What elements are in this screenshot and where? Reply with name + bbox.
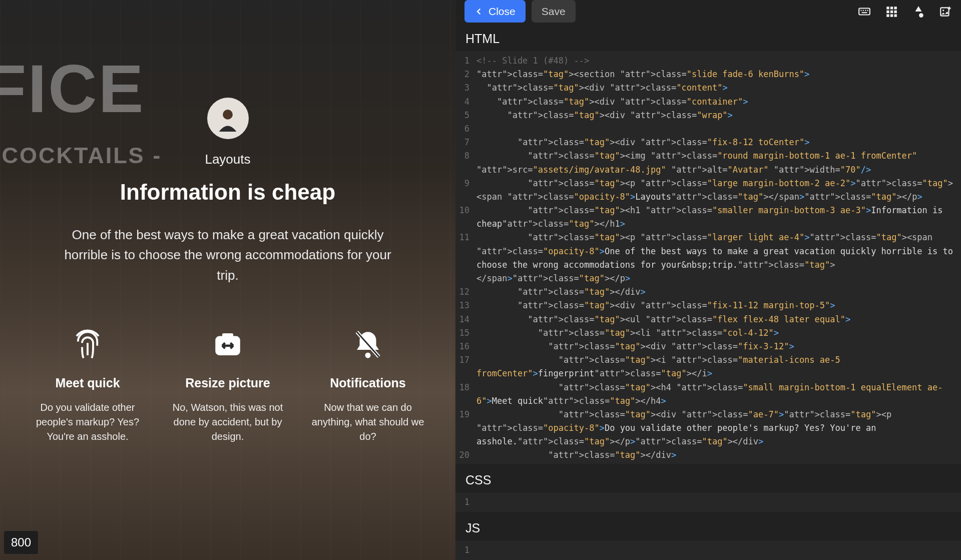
code-content[interactable] <box>476 495 955 509</box>
code-content[interactable]: "attr">class="tag"><h4 "attr">class="sma… <box>476 381 955 408</box>
feature-text: Do you validate other people's markup? Y… <box>32 400 144 444</box>
feature-notifications: Notifications Now that we can do anythin… <box>312 328 424 444</box>
line-number: 12 <box>455 285 476 299</box>
editor-panel: Close Save HTML 1<!-- Slide 1 (#48) -->2… <box>455 0 961 560</box>
line-number: 8 <box>455 149 476 176</box>
css-code-editor[interactable]: 1 <box>455 492 961 512</box>
feature-title: Resize picture <box>185 376 270 390</box>
line-number: 15 <box>455 326 476 340</box>
line-number: 4 <box>455 95 476 109</box>
feature-row: Meet quick Do you validate other people'… <box>32 328 424 444</box>
code-content[interactable]: "attr">class="tag"><div "attr">class="co… <box>476 81 955 95</box>
feature-meet-quick: Meet quick Do you validate other people'… <box>32 328 144 444</box>
save-button[interactable]: Save <box>532 0 576 23</box>
code-line[interactable]: 14 "attr">class="tag"><ul "attr">class="… <box>455 313 955 326</box>
preview-lead: One of the best ways to make a great vac… <box>53 225 403 285</box>
code-content[interactable]: "attr">class="tag"><div "attr">class="co… <box>476 95 955 109</box>
svg-rect-13 <box>886 7 889 9</box>
feature-text: Now that we can do anything, what should… <box>312 400 424 444</box>
code-content[interactable]: "attr">class="tag"><li "attr">class="col… <box>476 326 955 340</box>
code-line[interactable]: 17 "attr">class="tag"><i "attr">class="m… <box>455 353 955 380</box>
code-line[interactable]: 21 "attr">class="tag"></li> <box>455 462 955 464</box>
shapes-icon[interactable] <box>912 5 925 18</box>
feature-resize-picture: Resize picture No, Watson, this was not … <box>172 328 284 444</box>
code-content[interactable]: "attr">class="tag"></div> <box>476 285 955 299</box>
code-line[interactable]: 5 "attr">class="tag"><div "attr">class="… <box>455 109 955 122</box>
code-content[interactable]: "attr">class="tag"><div "attr">class="fi… <box>476 136 955 149</box>
editor-topbar: Close Save <box>455 0 961 23</box>
code-line[interactable]: 13 "attr">class="tag"><div "attr">class=… <box>455 299 955 312</box>
html-code-editor[interactable]: 1<!-- Slide 1 (#48) -->2"attr">class="ta… <box>455 51 961 464</box>
code-line[interactable]: 10 "attr">class="tag"><h1 "attr">class="… <box>455 204 955 231</box>
keyboard-icon[interactable] <box>858 5 871 18</box>
svg-rect-8 <box>860 10 861 11</box>
notifications-off-icon <box>351 328 384 361</box>
code-line[interactable]: 15 "attr">class="tag"><li "attr">class="… <box>455 326 955 340</box>
code-line[interactable]: 12 "attr">class="tag"></div> <box>455 285 955 299</box>
code-line[interactable]: 2"attr">class="tag"><section "attr">clas… <box>455 68 955 81</box>
code-content[interactable] <box>476 543 955 557</box>
code-content[interactable]: "attr">class="tag"></div> <box>476 448 955 462</box>
svg-point-24 <box>942 10 944 11</box>
code-content[interactable]: "attr">class="tag"><p "attr">class="larg… <box>476 177 955 204</box>
line-number: 5 <box>455 109 476 122</box>
preview-content: Layouts Information is cheap One of the … <box>0 0 455 560</box>
close-button[interactable]: Close <box>464 0 526 23</box>
code-content[interactable]: <!-- Slide 1 (#48) --> <box>476 54 955 68</box>
close-button-label: Close <box>489 6 516 18</box>
code-line[interactable]: 8 "attr">class="tag"><img "attr">class="… <box>455 149 955 176</box>
code-line[interactable]: 11 "attr">class="tag"><p "attr">class="l… <box>455 231 955 285</box>
svg-rect-19 <box>886 14 889 17</box>
add-image-icon[interactable] <box>939 5 952 18</box>
line-number: 3 <box>455 81 476 95</box>
svg-rect-15 <box>894 7 896 9</box>
code-line[interactable]: 16 "attr">class="tag"><div "attr">class=… <box>455 340 955 353</box>
line-number: 7 <box>455 136 476 149</box>
svg-rect-17 <box>890 10 893 13</box>
fingerprint-icon <box>71 328 104 361</box>
code-content[interactable]: "attr">class="tag"><div "attr">class="fi… <box>476 340 955 353</box>
code-content[interactable]: "attr">class="tag"><img "attr">class="ro… <box>476 149 955 176</box>
code-line[interactable]: 1<!-- Slide 1 (#48) --> <box>455 54 955 68</box>
feature-text: No, Watson, this was not done by acciden… <box>172 400 284 444</box>
code-line[interactable]: 1 <box>455 543 955 557</box>
code-content[interactable]: "attr">class="tag"><div "attr">class="fi… <box>476 299 955 312</box>
code-content[interactable]: "attr">class="tag"></li> <box>476 462 955 464</box>
js-code-editor[interactable]: 1 <box>455 540 961 560</box>
code-content[interactable]: "attr">class="tag"><ul "attr">class="fle… <box>476 313 955 326</box>
code-content[interactable]: "attr">class="tag"><section "attr">class… <box>476 68 955 81</box>
slide-preview: FICE - COCKTAILS - Layouts Information i… <box>0 0 455 560</box>
svg-rect-16 <box>886 10 889 13</box>
svg-rect-3 <box>222 333 233 339</box>
code-line[interactable]: 4 "attr">class="tag"><div "attr">class="… <box>455 95 955 109</box>
code-line[interactable]: 18 "attr">class="tag"><h4 "attr">class="… <box>455 381 955 408</box>
switch-camera-icon <box>211 328 244 361</box>
code-line[interactable]: 20 "attr">class="tag"></div> <box>455 448 955 462</box>
grid-icon[interactable] <box>885 5 898 18</box>
line-number: 21 <box>455 462 476 464</box>
line-number: 13 <box>455 299 476 312</box>
code-content[interactable] <box>476 122 955 136</box>
section-css-label: CSS <box>455 464 961 492</box>
line-number: 2 <box>455 68 476 81</box>
code-content[interactable]: "attr">class="tag"><p "attr">class="larg… <box>476 231 955 285</box>
code-content[interactable]: "attr">class="tag"><i "attr">class="mate… <box>476 353 955 380</box>
svg-point-22 <box>919 13 923 18</box>
code-line[interactable]: 9 "attr">class="tag"><p "attr">class="la… <box>455 177 955 204</box>
line-number: 18 <box>455 381 476 408</box>
preview-title: Information is cheap <box>120 180 335 205</box>
code-line[interactable]: 19 "attr">class="tag"><div "attr">class=… <box>455 408 955 449</box>
line-number: 6 <box>455 122 476 136</box>
code-content[interactable]: "attr">class="tag"><div "attr">class="ae… <box>476 408 955 449</box>
line-number: 19 <box>455 408 476 449</box>
code-content[interactable]: "attr">class="tag"><div "attr">class="wr… <box>476 109 955 122</box>
svg-rect-21 <box>894 14 896 17</box>
avatar-image-icon <box>213 104 242 133</box>
code-line[interactable]: 1 <box>455 495 955 509</box>
code-line[interactable]: 7 "attr">class="tag"><div "attr">class="… <box>455 136 955 149</box>
code-content[interactable]: "attr">class="tag"><h1 "attr">class="sma… <box>476 204 955 231</box>
zoom-badge[interactable]: 800 <box>4 531 38 554</box>
code-line[interactable]: 6 <box>455 122 955 136</box>
code-line[interactable]: 3 "attr">class="tag"><div "attr">class="… <box>455 81 955 95</box>
line-number: 16 <box>455 340 476 353</box>
